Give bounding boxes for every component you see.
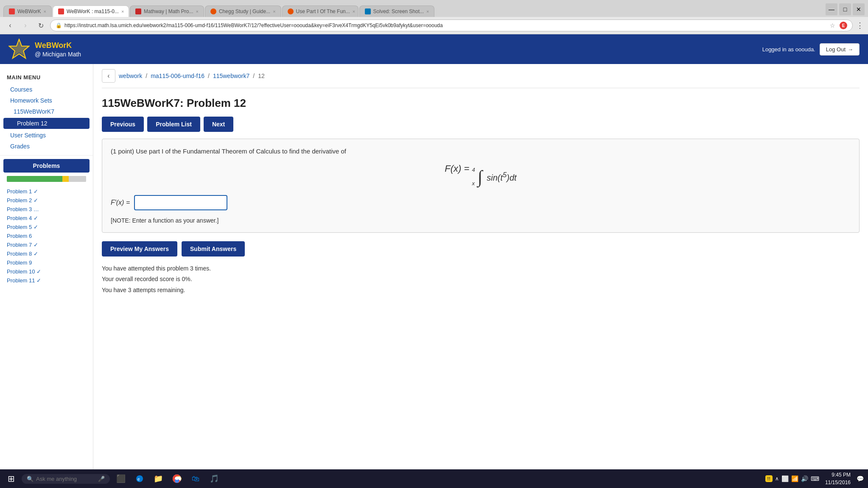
breadcrumb: ‹ webwork / ma115-006-umd-f16 / 115webwo… xyxy=(102,64,860,88)
refresh-button[interactable]: ↻ xyxy=(35,20,47,31)
microphone-icon[interactable]: 🎤 xyxy=(98,476,105,482)
breadcrumb-sep1: / xyxy=(146,73,147,79)
breadcrumb-webwork[interactable]: webwork xyxy=(119,73,142,79)
list-item[interactable]: Problem 1 ✓ xyxy=(7,187,86,196)
attempt-line1: You have attempted this problem 3 times. xyxy=(102,263,860,274)
list-item[interactable]: Problem 6 xyxy=(7,231,86,240)
logo-title: WeBWorK xyxy=(35,41,81,50)
list-item[interactable]: Problem 4 ✓ xyxy=(7,214,86,223)
keyboard-icon[interactable]: ⌨ xyxy=(811,475,819,482)
date-display: 11/15/2016 xyxy=(825,479,851,484)
tab-mathway[interactable]: Mathway | Math Pro... × xyxy=(130,6,204,17)
attempt-line3: You have 3 attempts remaining. xyxy=(102,285,860,296)
tab-label: Solved: Screen Shot... xyxy=(373,8,424,14)
sidebar-item-grades[interactable]: Grades xyxy=(0,141,93,152)
list-item[interactable]: Problem 9 xyxy=(7,258,86,267)
tab-label: WeBWorK xyxy=(17,8,41,14)
tab-usepartofthefun[interactable]: Use Part I Of The Fun... × xyxy=(282,6,358,17)
problem-description: (1 point) Use part I of the Fundamental … xyxy=(111,148,851,155)
taskbar-spotify-icon[interactable]: 🎵 xyxy=(207,471,222,484)
taskbar-clock: 9:45 PM 11/15/2016 xyxy=(822,471,854,484)
sidebar-item-courses[interactable]: Courses xyxy=(0,84,93,95)
integral-upper: 4 xyxy=(472,167,475,173)
notification-badge[interactable]: !! xyxy=(765,475,773,482)
answer-row: F′(x) = xyxy=(111,195,851,210)
sidebar-item-115webwork7[interactable]: 115WeBWorK7 xyxy=(0,106,93,117)
chevron-up-icon[interactable]: ∧ xyxy=(775,476,779,482)
math-formula: F(x) = 4 x ∫ sin(t5)dt xyxy=(111,163,851,187)
webwork-logo-icon xyxy=(8,39,30,60)
tab-hp[interactable]: Solved: Screen Shot... × xyxy=(359,6,435,17)
problems-section-header: Problems xyxy=(3,159,90,173)
address-bar[interactable]: 🔒 https://instruct.math.lsa.umich.edu/we… xyxy=(50,20,853,31)
tab-close-icon[interactable]: × xyxy=(273,9,275,14)
preview-button[interactable]: Preview My Answers xyxy=(102,241,177,257)
breadcrumb-set[interactable]: 115webwork7 xyxy=(213,73,249,79)
list-item[interactable]: Problem 3 … xyxy=(7,205,86,214)
tab-chegg[interactable]: Chegg Study | Guide... × xyxy=(205,6,281,17)
sidebar-item-user-settings[interactable]: User Settings xyxy=(0,130,93,141)
list-item[interactable]: Problem 8 ✓ xyxy=(7,249,86,258)
tab-favicon xyxy=(288,8,294,14)
close-window-button[interactable]: ✕ xyxy=(853,3,865,15)
start-button[interactable]: ⊞ xyxy=(4,472,18,484)
taskbar-store-icon[interactable]: 🛍 xyxy=(188,471,203,484)
logout-label: Log Out xyxy=(826,46,846,53)
volume-icon[interactable]: 🔊 xyxy=(801,475,808,482)
list-item[interactable]: Problem 7 ✓ xyxy=(7,240,86,249)
network-icon[interactable]: 📶 xyxy=(791,475,798,482)
content-area: ‹ webwork / ma115-006-umd-f16 / 115webwo… xyxy=(93,64,868,484)
maximize-button[interactable]: □ xyxy=(839,3,851,15)
sidebar-item-homework-sets[interactable]: Homework Sets xyxy=(0,95,93,106)
taskbar-edge-icon[interactable]: e xyxy=(132,471,147,484)
bookmark-icon[interactable]: ☆ xyxy=(830,22,835,29)
tab-favicon xyxy=(365,8,371,14)
list-item[interactable]: Problem 11 ✓ xyxy=(7,276,86,285)
taskbar-explorer-icon[interactable]: 📁 xyxy=(151,471,166,484)
next-button[interactable]: Next xyxy=(204,117,233,132)
taskbar-system-tray: !! ∧ ⬜ 📶 🔊 ⌨ 9:45 PM 11/15/2016 💬 xyxy=(765,471,864,484)
taskbar-task-view-icon[interactable]: ⬛ xyxy=(113,471,129,484)
taskbar-search-input[interactable] xyxy=(36,476,95,482)
sidebar-item-problem12[interactable]: Problem 12 xyxy=(3,118,90,129)
tab-close-icon[interactable]: × xyxy=(121,9,124,14)
problem-title: 115WeBWorK7: Problem 12 xyxy=(102,97,860,110)
breadcrumb-sep3: / xyxy=(253,73,255,79)
notification-center-icon[interactable]: 💬 xyxy=(857,475,864,482)
breadcrumb-sep2: / xyxy=(208,73,210,79)
tab-webwork2[interactable]: WeBWorK : ma115-0... × xyxy=(53,6,129,17)
logout-button[interactable]: Log Out → xyxy=(820,43,860,56)
logo-subtitle: @ Michigan Math xyxy=(35,51,81,58)
action-buttons: Previous Problem List Next xyxy=(102,117,860,132)
list-item[interactable]: Problem 5 ✓ xyxy=(7,223,86,231)
tab-label: WeBWorK : ma115-0... xyxy=(67,8,119,14)
taskbar-chrome-icon[interactable] xyxy=(169,471,185,484)
tab-favicon xyxy=(9,8,15,14)
main-layout: MAIN MENU Courses Homework Sets 115WeBWo… xyxy=(0,64,868,484)
tab-close-icon[interactable]: × xyxy=(44,9,46,14)
extension-icon[interactable]: E xyxy=(840,22,847,29)
breadcrumb-course[interactable]: ma115-006-umd-f16 xyxy=(151,73,204,79)
forward-button[interactable]: › xyxy=(20,20,31,31)
problem-list-button[interactable]: Problem List xyxy=(147,117,200,132)
list-item[interactable]: Problem 2 ✓ xyxy=(7,196,86,205)
submit-button[interactable]: Submit Answers xyxy=(182,241,245,257)
tablet-mode-icon[interactable]: ⬜ xyxy=(781,475,789,482)
breadcrumb-back-button[interactable]: ‹ xyxy=(102,69,115,83)
browser-menu-icon[interactable]: ⋮ xyxy=(856,21,864,30)
tab-webwork1[interactable]: WeBWorK × xyxy=(3,6,52,17)
previous-button[interactable]: Previous xyxy=(102,117,144,132)
integral-lower: x xyxy=(472,180,475,187)
main-menu-title: MAIN MENU xyxy=(0,71,93,84)
answer-input[interactable] xyxy=(134,195,227,210)
tab-close-icon[interactable]: × xyxy=(426,9,429,14)
site-logo: WeBWorK @ Michigan Math xyxy=(8,39,81,60)
minimize-button[interactable]: — xyxy=(826,3,837,15)
tab-close-icon[interactable]: × xyxy=(196,9,199,14)
list-item[interactable]: Problem 10 ✓ xyxy=(7,267,86,276)
attempt-line2: Your overall recorded score is 0%. xyxy=(102,274,860,284)
tab-close-icon[interactable]: × xyxy=(353,9,355,14)
taskbar-search[interactable]: 🔍 🎤 xyxy=(22,474,110,484)
tab-label: Chegg Study | Guide... xyxy=(219,8,270,14)
back-button[interactable]: ‹ xyxy=(4,20,16,31)
